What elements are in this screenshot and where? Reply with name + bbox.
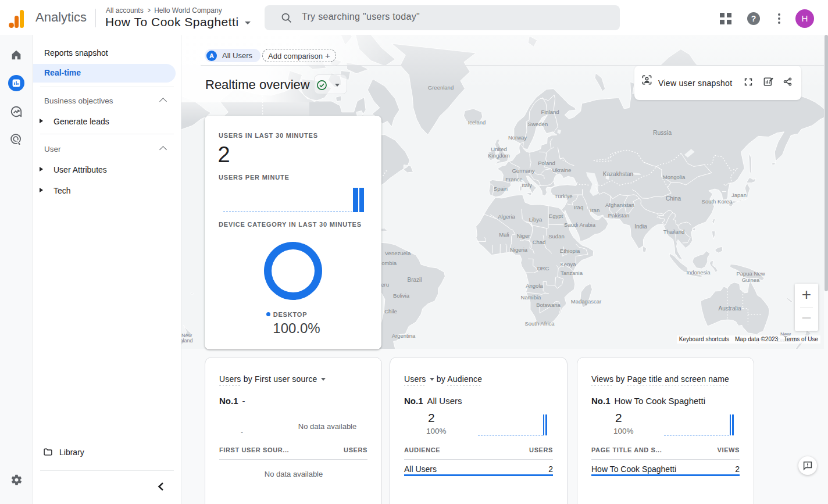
svg-text:Pakistan: Pakistan bbox=[608, 212, 629, 219]
svg-text:Argentina: Argentina bbox=[392, 333, 416, 339]
svg-text:Iraq: Iraq bbox=[574, 204, 583, 210]
svg-text:Venezuela: Venezuela bbox=[385, 250, 411, 256]
svg-text:Mongolia: Mongolia bbox=[663, 174, 686, 180]
svg-text:Australia: Australia bbox=[719, 305, 741, 312]
svg-text:Kazakhstan: Kazakhstan bbox=[603, 171, 633, 177]
svg-text:Russia: Russia bbox=[653, 129, 672, 136]
svg-text:Botswana: Botswana bbox=[536, 302, 561, 308]
svg-text:Indonesia: Indonesia bbox=[686, 269, 711, 276]
svg-text:DRC: DRC bbox=[537, 265, 549, 271]
svg-text:Sudan: Sudan bbox=[548, 233, 564, 240]
svg-text:France: France bbox=[505, 176, 523, 183]
svg-text:Chile: Chile bbox=[384, 308, 397, 314]
svg-text:Algeria: Algeria bbox=[498, 213, 515, 220]
svg-text:Germany: Germany bbox=[512, 167, 534, 174]
svg-text:South Africa: South Africa bbox=[524, 320, 555, 327]
svg-text:Niger: Niger bbox=[517, 233, 530, 239]
svg-text:Namibia: Namibia bbox=[521, 294, 542, 301]
svg-text:Papua New: Papua New bbox=[736, 270, 765, 277]
svg-text:Sweden: Sweden bbox=[528, 121, 548, 127]
svg-text:Bolivia: Bolivia bbox=[393, 292, 410, 299]
svg-text:United: United bbox=[491, 146, 506, 152]
svg-text:Ethiopia: Ethiopia bbox=[560, 248, 580, 254]
svg-text:Poland: Poland bbox=[538, 160, 555, 166]
svg-text:Tanzania: Tanzania bbox=[561, 270, 583, 276]
svg-text:Italy: Italy bbox=[522, 182, 532, 188]
svg-text:Iran: Iran bbox=[590, 207, 599, 213]
svg-text:Japan: Japan bbox=[731, 192, 747, 198]
svg-text:Guinea: Guinea bbox=[742, 277, 760, 283]
svg-text:Angola: Angola bbox=[526, 283, 543, 289]
svg-text:Norway: Norway bbox=[508, 134, 527, 141]
svg-text:Kingdom: Kingdom bbox=[488, 152, 510, 159]
svg-text:Ukraine: Ukraine bbox=[552, 167, 572, 173]
svg-text:Türkiye: Türkiye bbox=[554, 193, 572, 199]
svg-text:Spain: Spain bbox=[494, 185, 508, 192]
svg-text:Thailand: Thailand bbox=[663, 228, 684, 235]
svg-text:ealand: ealand bbox=[181, 338, 193, 344]
svg-text:Egypt: Egypt bbox=[549, 213, 563, 219]
svg-text:Finland: Finland bbox=[541, 109, 559, 115]
svg-text:India: India bbox=[634, 223, 647, 230]
svg-text:Saudi Arabia: Saudi Arabia bbox=[564, 221, 596, 228]
svg-text:Brazil: Brazil bbox=[407, 277, 422, 283]
svg-text:Mali: Mali bbox=[499, 231, 509, 238]
svg-text:Kenya: Kenya bbox=[561, 261, 577, 267]
svg-text:Chad: Chad bbox=[533, 239, 546, 245]
svg-text:Nigeria: Nigeria bbox=[510, 246, 528, 253]
svg-text:Madagascar: Madagascar bbox=[571, 298, 601, 305]
svg-text:China: China bbox=[666, 195, 681, 202]
svg-text:Iceland: Iceland bbox=[468, 119, 486, 126]
svg-text:South Korea: South Korea bbox=[702, 198, 733, 205]
svg-text:Afghanistan: Afghanistan bbox=[605, 202, 634, 208]
svg-text:Libya: Libya bbox=[529, 216, 543, 223]
